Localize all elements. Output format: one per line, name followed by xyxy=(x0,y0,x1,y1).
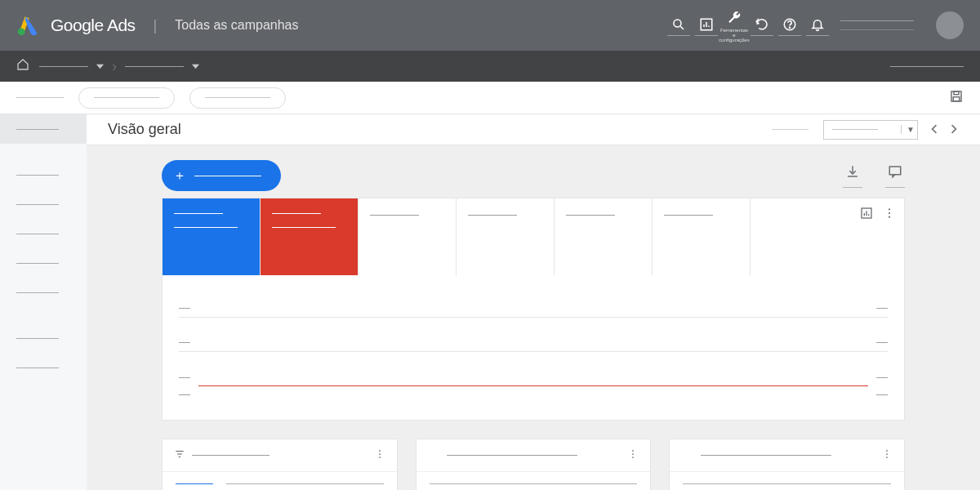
notifications-button[interactable] xyxy=(804,15,831,36)
left-sidebar xyxy=(0,114,87,490)
overview-canvas: ＋ xyxy=(87,145,980,490)
feedback-button[interactable] xyxy=(885,164,905,188)
y-axis-tick xyxy=(876,308,888,309)
scorecard-5[interactable] xyxy=(653,198,751,275)
plus-icon: ＋ xyxy=(173,167,186,185)
refresh-button[interactable] xyxy=(749,15,775,36)
next-button[interactable] xyxy=(949,122,959,137)
svg-point-30 xyxy=(632,453,634,455)
content-area: Visão geral ▼ ＋ xyxy=(0,114,980,490)
page-header: Visão geral ▼ xyxy=(87,114,980,145)
secondary-nav xyxy=(0,82,980,114)
sidebar-item-4[interactable] xyxy=(0,248,87,278)
card-more-icon[interactable] xyxy=(627,448,639,463)
home-icon[interactable] xyxy=(16,58,29,74)
tab-item[interactable] xyxy=(16,97,64,98)
y-axis-tick xyxy=(876,377,888,378)
performance-summary-card xyxy=(162,198,905,421)
svg-point-27 xyxy=(379,453,381,455)
breadcrumb-bar: › xyxy=(0,51,980,82)
svg-point-20 xyxy=(889,208,890,210)
svg-marker-10 xyxy=(192,65,199,69)
card-more-icon[interactable] xyxy=(374,448,385,463)
y-axis-tick xyxy=(179,342,190,343)
search-icon xyxy=(671,17,686,32)
y-axis-tick xyxy=(179,308,190,309)
scorecard-0[interactable] xyxy=(163,198,261,275)
google-ads-logo-icon xyxy=(16,14,39,37)
list-row[interactable] xyxy=(176,483,384,484)
svg-point-22 xyxy=(889,216,890,218)
download-button[interactable] xyxy=(843,164,862,188)
reports-button[interactable] xyxy=(693,15,719,36)
svg-point-31 xyxy=(632,457,634,458)
scorecard-4[interactable] xyxy=(555,198,653,275)
feedback-icon xyxy=(888,164,902,182)
performance-chart xyxy=(163,275,904,420)
svg-point-21 xyxy=(889,212,890,214)
sidebar-item-7[interactable] xyxy=(0,353,87,382)
bell-icon xyxy=(810,17,825,32)
small-card-1 xyxy=(416,439,652,490)
chart-line-cost xyxy=(198,385,868,386)
sidebar-item-0[interactable] xyxy=(0,114,87,144)
main-panel: Visão geral ▼ ＋ xyxy=(87,114,980,490)
product-name: Google Ads xyxy=(51,16,136,35)
sort-icon[interactable] xyxy=(174,448,185,463)
small-card-0 xyxy=(162,439,398,490)
scorecard-2[interactable] xyxy=(359,198,457,275)
chevron-right-icon: › xyxy=(112,58,117,75)
svg-point-29 xyxy=(632,450,634,452)
svg-rect-12 xyxy=(954,91,959,95)
header-actions: Ferramentas e configurações xyxy=(666,8,831,42)
date-range-select[interactable]: ▼ xyxy=(823,120,918,140)
y-axis-tick xyxy=(876,342,888,343)
breadcrumb-item-1[interactable] xyxy=(39,59,104,74)
scorecard-1[interactable] xyxy=(261,198,359,275)
tools-button[interactable]: Ferramentas e configurações xyxy=(721,8,747,42)
date-pager xyxy=(929,122,959,137)
chevron-down-icon xyxy=(192,59,199,74)
x-axis-tick xyxy=(179,394,190,395)
svg-point-33 xyxy=(886,453,888,455)
card-more-icon[interactable] xyxy=(883,207,896,223)
toolbar-row: ＋ xyxy=(162,160,905,191)
filter-pill-1[interactable] xyxy=(78,87,175,109)
scorecard-3[interactable] xyxy=(457,198,555,275)
sidebar-item-6[interactable] xyxy=(0,323,87,353)
svg-line-2 xyxy=(680,26,684,29)
svg-marker-9 xyxy=(96,65,104,69)
svg-point-28 xyxy=(379,457,381,458)
scorecard-strip xyxy=(163,198,904,275)
svg-point-32 xyxy=(886,450,888,452)
x-axis-tick xyxy=(876,394,888,395)
list-row xyxy=(430,483,638,484)
prev-button[interactable] xyxy=(929,122,939,137)
help-icon xyxy=(782,17,797,32)
product-logo[interactable]: Google Ads xyxy=(16,14,136,37)
refresh-icon xyxy=(755,17,769,32)
search-button[interactable] xyxy=(666,15,692,36)
account-avatar[interactable] xyxy=(936,11,964,39)
sidebar-item-2[interactable] xyxy=(0,189,87,219)
sidebar-item-3[interactable] xyxy=(0,219,87,248)
save-icon[interactable] xyxy=(949,89,964,107)
header-context-title: Todas as campanhas xyxy=(175,18,298,33)
header-account-slot[interactable] xyxy=(840,20,918,30)
svg-point-8 xyxy=(789,27,790,28)
page-title: Visão geral xyxy=(108,121,181,138)
sidebar-item-5[interactable] xyxy=(0,278,87,307)
sidebar-item-1[interactable] xyxy=(0,160,87,189)
help-button[interactable] xyxy=(777,15,803,36)
breadcrumb-item-2[interactable] xyxy=(125,59,199,74)
y-axis-tick xyxy=(179,377,190,378)
svg-rect-15 xyxy=(889,167,901,175)
card-chart-icon[interactable] xyxy=(860,207,873,223)
card-more-icon[interactable] xyxy=(881,448,893,463)
filter-pill-2[interactable] xyxy=(189,87,286,109)
svg-point-0 xyxy=(18,29,25,36)
app-header: Google Ads | Todas as campanhas Ferramen… xyxy=(0,0,980,51)
breadcrumb-right-slot[interactable] xyxy=(890,66,964,67)
reports-icon xyxy=(699,17,714,32)
new-campaign-button[interactable]: ＋ xyxy=(162,160,281,191)
